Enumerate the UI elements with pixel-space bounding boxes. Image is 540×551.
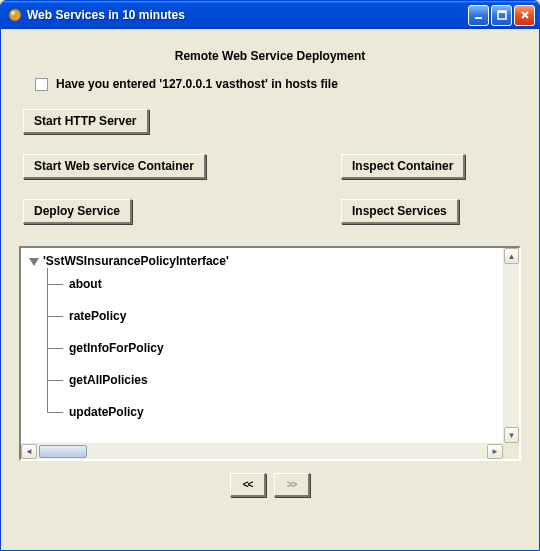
nav-buttons: << >> [19, 473, 521, 497]
scroll-corner [503, 443, 519, 459]
svg-point-1 [11, 11, 15, 15]
tree-item[interactable]: updatePolicy [47, 396, 499, 428]
tree-item-label: getInfoForPolicy [69, 341, 164, 355]
start-web-service-container-button[interactable]: Start Web service Container [23, 154, 206, 179]
hosts-file-checkbox[interactable] [35, 78, 48, 91]
tree-item[interactable]: getAllPolicies [47, 364, 499, 396]
window-title: Web Services in 10 minutes [27, 8, 468, 22]
horizontal-scrollbar[interactable]: ◄ ► [21, 443, 503, 459]
tree-item[interactable]: getInfoForPolicy [47, 332, 499, 364]
scroll-thumb[interactable] [39, 445, 87, 458]
tree-item[interactable]: ratePolicy [47, 300, 499, 332]
tree-root-label: 'SstWSInsurancePolicyInterface' [43, 254, 229, 268]
svg-rect-2 [475, 17, 482, 19]
scroll-up-icon[interactable]: ▲ [504, 248, 519, 264]
tree-item-label: updatePolicy [69, 405, 144, 419]
app-icon [7, 7, 23, 23]
start-http-server-button[interactable]: Start HTTP Server [23, 109, 149, 134]
window: Web Services in 10 minutes Remote Web Se… [0, 0, 540, 551]
hosts-file-checkbox-label: Have you entered '127.0.0.1 vasthost' in… [56, 77, 338, 91]
svg-rect-4 [498, 11, 506, 13]
next-button[interactable]: >> [274, 473, 310, 497]
content-area: Remote Web Service Deployment Have you e… [1, 29, 539, 550]
prev-button[interactable]: << [230, 473, 266, 497]
tree-root-item[interactable]: 'SstWSInsurancePolicyInterface' [25, 254, 499, 268]
tree-item[interactable]: about [47, 268, 499, 300]
hosts-file-checkbox-row[interactable]: Have you entered '127.0.0.1 vasthost' in… [35, 77, 521, 91]
close-button[interactable] [514, 5, 535, 26]
service-tree[interactable]: 'SstWSInsurancePolicyInterface' about ra… [19, 246, 521, 461]
tree-viewport: 'SstWSInsurancePolicyInterface' about ra… [21, 248, 503, 443]
deploy-service-button[interactable]: Deploy Service [23, 199, 132, 224]
expand-collapse-icon[interactable] [29, 258, 39, 266]
tree-children: about ratePolicy getInfoForPolicy getAll… [47, 268, 499, 428]
scroll-left-icon[interactable]: ◄ [21, 444, 37, 459]
tree-item-label: getAllPolicies [69, 373, 148, 387]
tree-item-label: about [69, 277, 102, 291]
page-title: Remote Web Service Deployment [19, 49, 521, 63]
svg-point-0 [9, 9, 21, 21]
vertical-scrollbar[interactable]: ▲ ▼ [503, 248, 519, 443]
inspect-container-button[interactable]: Inspect Container [341, 154, 465, 179]
maximize-button[interactable] [491, 5, 512, 26]
scroll-down-icon[interactable]: ▼ [504, 427, 519, 443]
minimize-button[interactable] [468, 5, 489, 26]
inspect-services-button[interactable]: Inspect Services [341, 199, 459, 224]
scroll-right-icon[interactable]: ► [487, 444, 503, 459]
titlebar[interactable]: Web Services in 10 minutes [1, 1, 539, 29]
tree-item-label: ratePolicy [69, 309, 126, 323]
